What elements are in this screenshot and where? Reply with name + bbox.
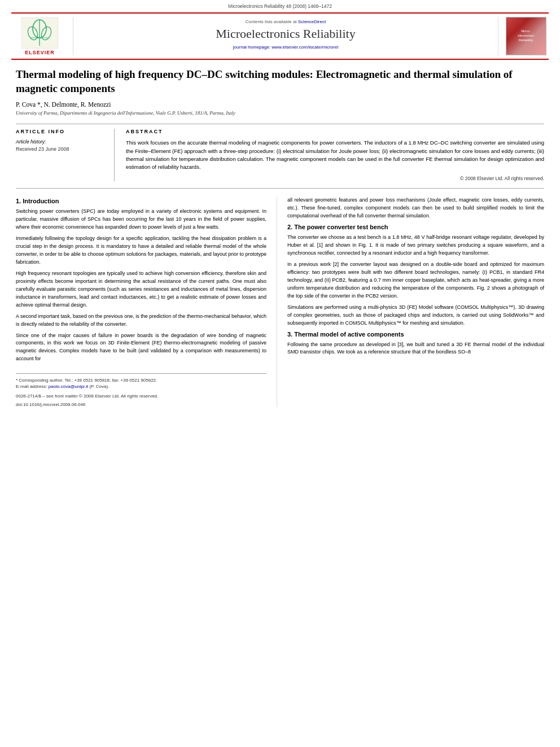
article-received: Received 23 June 2008 bbox=[16, 146, 104, 152]
divider-1 bbox=[16, 124, 544, 124]
body-column-right: all relevant geometric features and powe… bbox=[277, 196, 544, 407]
body-columns: 1. Introduction Switching power converte… bbox=[16, 196, 544, 407]
footnote-email-label: E-mail address: bbox=[16, 384, 49, 389]
journal-header-left: ELSEVIER bbox=[11, 17, 73, 55]
article-info-label: ARTICLE INFO bbox=[16, 129, 104, 134]
intro-paragraph-4: A second important task, based on the pr… bbox=[16, 313, 266, 329]
doi-line: doi:10.1016/j.microrel.2008.06.046 bbox=[16, 402, 266, 407]
abstract-column: ABSTRACT This work focuses on the accura… bbox=[115, 129, 544, 181]
right-paragraph-1: all relevant geometric features and powe… bbox=[287, 196, 544, 220]
homepage-text-static: journal homepage: bbox=[233, 45, 272, 50]
journal-reference: Microelectronics Reliability 48 (2008) 1… bbox=[228, 3, 332, 9]
authors-text: P. Cova *, N. Delmonte, R. Menozzi bbox=[16, 101, 111, 108]
copyright-line: © 2008 Elsevier Ltd. All rights reserved… bbox=[126, 176, 544, 181]
section2-paragraph-3: Simulations are performed using a multi-… bbox=[287, 304, 544, 327]
sciencedirect-line: Contents lists available at ScienceDirec… bbox=[79, 19, 492, 24]
page-wrapper: Microelectronics Reliability 48 (2008) 1… bbox=[0, 0, 560, 747]
thumb-label: Micro-electronicsReliability bbox=[518, 29, 534, 42]
section3-paragraph-1: Following the same procedure as develope… bbox=[287, 341, 544, 357]
footnote-email-link[interactable]: paolo.cova@unipr.it bbox=[49, 384, 88, 389]
abstract-label: ABSTRACT bbox=[126, 129, 544, 134]
affiliation: University of Parma, Dipartimento di Ing… bbox=[16, 110, 544, 116]
intro-paragraph-5: Since one of the major causes of failure… bbox=[16, 332, 266, 364]
elsevier-brand-text: ELSEVIER bbox=[25, 50, 55, 55]
top-meta: Microelectronics Reliability 48 (2008) 1… bbox=[0, 0, 560, 10]
article-history-label: Article history: bbox=[16, 139, 104, 145]
section2-paragraph-2: In a previous work [2] the converter lay… bbox=[287, 261, 544, 300]
journal-thumbnail: Micro-electronicsReliability bbox=[506, 17, 546, 55]
journal-title: Microelectronics Reliability bbox=[79, 27, 492, 41]
intro-paragraph-1: Switching power converters (SPC) are tod… bbox=[16, 208, 266, 231]
authors-line: P. Cova *, N. Delmonte, R. Menozzi bbox=[16, 101, 544, 108]
homepage-url[interactable]: www.elsevier.com/locate/microrel bbox=[272, 45, 338, 50]
journal-header: ELSEVIER Contents lists available at Sci… bbox=[11, 12, 549, 60]
section2-paragraph-1: The converter we choose as a test bench … bbox=[287, 234, 544, 257]
footnote-area: * Corresponding author. Tel.: +39 0521 9… bbox=[16, 373, 266, 407]
body-column-left: 1. Introduction Switching power converte… bbox=[16, 196, 277, 407]
section2-heading: 2. The power converter test bench bbox=[287, 224, 544, 230]
journal-homepage: journal homepage: www.elsevier.com/locat… bbox=[79, 45, 492, 50]
journal-header-right: Micro-electronicsReliability bbox=[498, 17, 549, 55]
intro-paragraph-3: High frequency resonant topologies are t… bbox=[16, 270, 266, 309]
issn-line: 0026-2714/$ – see front matter © 2008 El… bbox=[16, 394, 266, 399]
sciencedirect-link[interactable]: ScienceDirect bbox=[298, 19, 326, 24]
footnote-email-name: (P. Cova). bbox=[88, 384, 109, 389]
footnote-email: E-mail address: paolo.cova@unipr.it (P. … bbox=[16, 383, 266, 390]
abstract-text: This work focuses on the accurate therma… bbox=[126, 139, 544, 171]
article-info-column: ARTICLE INFO Article history: Received 2… bbox=[16, 129, 115, 181]
article-content: Thermal modeling of high frequency DC–DC… bbox=[0, 60, 560, 418]
article-title: Thermal modeling of high frequency DC–DC… bbox=[16, 68, 544, 95]
elsevier-logo-icon bbox=[21, 18, 58, 49]
section3-heading: 3. Thermal model of active components bbox=[287, 331, 544, 338]
intro-heading: 1. Introduction bbox=[16, 198, 266, 204]
footnote-corresponding: * Corresponding author. Tel.: +39 0521 9… bbox=[16, 377, 266, 383]
info-abstract-section: ARTICLE INFO Article history: Received 2… bbox=[16, 129, 544, 181]
journal-header-center: Contents lists available at ScienceDirec… bbox=[73, 17, 498, 55]
intro-paragraph-2: Immediately following the topology desig… bbox=[16, 235, 266, 267]
divider-2 bbox=[16, 188, 544, 189]
elsevier-logo: ELSEVIER bbox=[21, 18, 58, 55]
